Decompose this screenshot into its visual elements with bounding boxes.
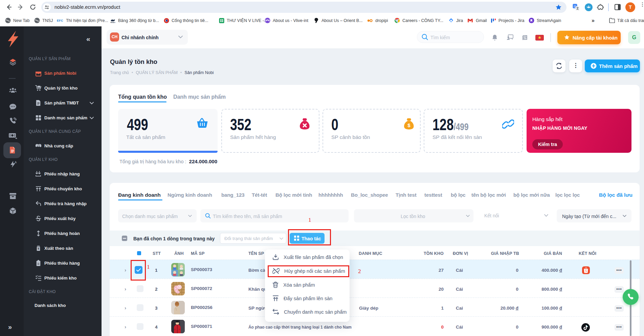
svg-text:$: $ [38, 247, 39, 250]
svg-text:A: A [15, 161, 17, 164]
svg-text:PATADO: PATADO [110, 22, 115, 23]
svg-text:$: $ [407, 122, 410, 128]
